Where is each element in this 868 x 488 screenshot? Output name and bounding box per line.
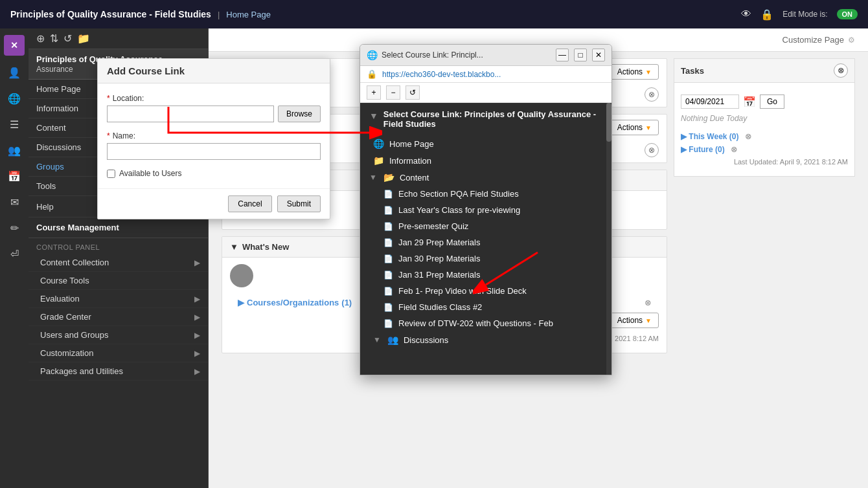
browse-button[interactable]: Browse (278, 105, 321, 122)
zoom-out-btn[interactable]: − (386, 85, 400, 100)
actions-button-2[interactable]: Actions ▼ (610, 120, 659, 135)
whats-new-title: ▼ What's New (230, 242, 289, 252)
nothing-due-text: Nothing Due Today (681, 109, 848, 128)
list-icon[interactable]: ☰ (4, 115, 25, 133)
submit-button[interactable]: Submit (277, 195, 321, 212)
edit-mode-label: Edit Mode is: (782, 10, 827, 19)
icon-sidebar: ✕ 👤 🌐 ☰ 👥 📅 ✉ ✏ ⏎ (0, 28, 29, 488)
circle-close-week[interactable]: ⊗ (745, 132, 751, 141)
dialog-body: * Location: Browse * Name: Available to … (98, 83, 330, 188)
dialog-footer: Cancel Submit (98, 188, 330, 219)
cp-content-collection[interactable]: Content Collection ▶ (29, 254, 208, 272)
doc-icon-8: 📄 (383, 303, 393, 312)
tree-item-jan30[interactable]: 📄 Jan 30 Prep Materials (360, 250, 611, 267)
go-button[interactable]: Go (760, 94, 784, 109)
top-bar-right: 👁 🔒 Edit Mode is: ON (741, 8, 858, 21)
tree-item-information[interactable]: 📁 Information (360, 152, 611, 169)
location-input-row: Browse (107, 105, 321, 122)
actions-button-3[interactable]: Actions ▼ (610, 313, 659, 328)
date-row: 📅 Go (681, 94, 848, 109)
available-checkbox[interactable] (107, 170, 115, 178)
arrow-right-icon-eval: ▶ (194, 294, 200, 304)
name-row: * Name: (107, 131, 321, 160)
folder-open-tree-icon: 📂 (383, 172, 394, 183)
folder-icon[interactable]: 📁 (77, 32, 90, 45)
cp-grade-center[interactable]: Grade Center ▶ (29, 308, 208, 326)
arrow-right-icon: ▶ (194, 258, 200, 267)
circle-close-future[interactable]: ⊗ (731, 145, 737, 154)
signout-icon[interactable]: ⏎ (4, 245, 25, 263)
folder-tree-icon-info: 📁 (373, 155, 384, 166)
tree-item-jan31[interactable]: 📄 Jan 31 Prep Materials (360, 267, 611, 283)
location-input[interactable] (107, 105, 274, 122)
maximize-button[interactable]: □ (574, 49, 587, 61)
tree-item-echo-section[interactable]: 📄 Echo Section PQA Field Studies (360, 186, 611, 202)
cp-course-tools[interactable]: Course Tools (29, 272, 208, 290)
cancel-button[interactable]: Cancel (228, 195, 271, 212)
tree-item-pre-semester[interactable]: 📄 Pre-semester Quiz (360, 218, 611, 234)
tree-item-jan29[interactable]: 📄 Jan 29 Prep Materials (360, 234, 611, 250)
cp-users-groups[interactable]: Users and Groups ▶ (29, 326, 208, 344)
calendar-btn-icon[interactable]: 📅 (743, 96, 756, 108)
cp-packages[interactable]: Packages and Utilities ▶ (29, 362, 208, 381)
name-input[interactable] (107, 143, 321, 160)
edit-mode-toggle[interactable]: ON (837, 9, 858, 19)
reorder-icon[interactable]: ⇅ (50, 32, 58, 45)
folder-disc-icon: 👥 (387, 335, 398, 345)
circle-close-3[interactable]: ⊗ (645, 298, 651, 307)
tree-item-last-year[interactable]: 📄 Last Year's Class for pre-viewing (360, 202, 611, 218)
this-week-header[interactable]: ▶ This Week (0) ⊗ (681, 132, 848, 141)
name-label: * Name: (107, 131, 321, 140)
refresh-icon[interactable]: ↺ (63, 32, 72, 45)
cp-customization[interactable]: Customization ▶ (29, 344, 208, 362)
customize-page-button[interactable]: Customize Page (782, 35, 844, 45)
edit-icon[interactable]: ✏ (4, 219, 25, 237)
tree-item-review[interactable]: 📄 Review of DTW-202 with Questions - Feb (360, 315, 611, 331)
top-bar: Principles of Quality Assurance - Field … (0, 0, 868, 28)
doc-icon-2: 📄 (383, 206, 393, 215)
arrow-right-small: ▶ (238, 298, 244, 307)
available-row: Available to Users (107, 169, 321, 178)
date-widget-body: 📅 Go Nothing Due Today ▶ This Week (0) ⊗ (674, 83, 854, 176)
nav-toolbar: ⊕ ⇅ ↺ 📁 (29, 28, 208, 49)
refresh-browser-btn[interactable]: ↺ (405, 85, 420, 100)
tree-item-homepage[interactable]: 🌐 Home Page (360, 135, 611, 152)
user-icon[interactable]: 👤 (4, 63, 25, 82)
eye-icon[interactable]: 👁 (741, 8, 751, 20)
browser-page-icon: 🌐 (367, 50, 378, 60)
minimize-button[interactable]: — (556, 49, 569, 61)
doc-icon-3: 📄 (383, 222, 393, 231)
future-header[interactable]: ▶ Future (0) ⊗ (681, 145, 848, 154)
add-icon[interactable]: ⊕ (36, 32, 45, 45)
browser-close-button[interactable]: ✕ (592, 49, 605, 61)
calendar-icon[interactable]: 📅 (4, 167, 25, 185)
globe-nav-icon[interactable]: 🌐 (4, 89, 25, 107)
group-icon[interactable]: 👥 (4, 141, 25, 159)
actions-button-1[interactable]: Actions ▼ (610, 64, 659, 80)
add-course-link-dialog: Add Course Link * Location: Browse * Nam… (97, 58, 330, 219)
tree-item-discussions[interactable]: ▼ 👥 Discussions (360, 331, 611, 348)
circle-close-date[interactable]: ⊗ (834, 63, 848, 78)
arrow-this-week: ▶ (681, 132, 687, 141)
close-nav-button[interactable]: ✕ (4, 35, 25, 56)
tree-item-feb1[interactable]: 📄 Feb 1- Prep Video with Slide Deck (360, 283, 611, 299)
date-input[interactable] (681, 94, 739, 109)
doc-icon-5: 📄 (383, 254, 393, 263)
doc-icon-7: 📄 (383, 287, 393, 296)
this-week-section: ▶ This Week (0) ⊗ (681, 132, 848, 141)
mail-icon[interactable]: ✉ (4, 193, 25, 211)
tree-item-content[interactable]: ▼ 📂 Content (360, 169, 611, 186)
location-label: * Location: (107, 94, 321, 103)
cp-evaluation[interactable]: Evaluation ▶ (29, 290, 208, 308)
scrollbar-thumb[interactable] (606, 103, 611, 142)
circle-close-1[interactable]: ⊗ (645, 87, 659, 102)
expand-arrow-icon: ▼ (369, 111, 378, 121)
circle-close-2[interactable]: ⊗ (645, 143, 659, 157)
doc-icon-6: 📄 (383, 271, 393, 280)
zoom-in-btn[interactable]: + (367, 85, 381, 100)
course-title: Principles of Quality Assurance - Field … (10, 9, 211, 19)
settings-icon[interactable]: ⚙ (848, 36, 855, 45)
lock-icon[interactable]: 🔒 (760, 8, 773, 21)
tree-item-field-studies[interactable]: 📄 Field Studies Class #2 (360, 299, 611, 315)
required-star-1: * (107, 94, 110, 103)
